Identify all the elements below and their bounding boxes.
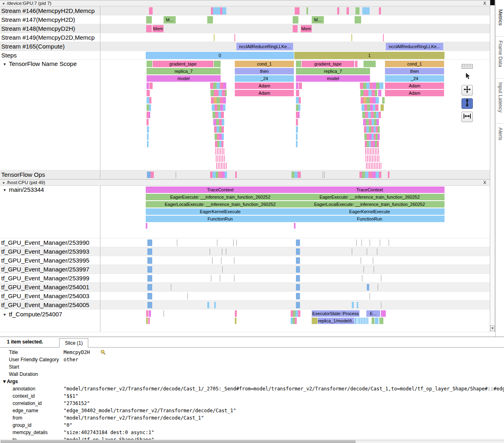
timeline-slice[interactable] bbox=[347, 7, 349, 15]
select-tool-button[interactable] bbox=[461, 72, 473, 82]
timeline-slice[interactable] bbox=[213, 172, 216, 178]
timeline-slice[interactable] bbox=[296, 302, 300, 308]
timeline-slice[interactable] bbox=[373, 257, 373, 264]
timeline-slice[interactable] bbox=[362, 240, 362, 246]
timeline-slice[interactable] bbox=[361, 97, 364, 104]
timeline-slice[interactable] bbox=[213, 119, 216, 125]
timeline-slice[interactable] bbox=[219, 119, 222, 125]
timeline-slice[interactable] bbox=[378, 284, 378, 290]
timeline-slice[interactable] bbox=[368, 90, 372, 96]
timeline-slice[interactable]: Adam bbox=[385, 90, 444, 96]
timeline-slice[interactable] bbox=[222, 134, 224, 140]
timeline-slice[interactable] bbox=[221, 126, 224, 133]
timeline-slice[interactable] bbox=[234, 34, 235, 41]
timeline-slice[interactable] bbox=[372, 90, 375, 96]
timeline-slice[interactable] bbox=[294, 172, 298, 178]
timeline-slice[interactable] bbox=[146, 16, 152, 23]
timeline-slice[interactable]: gradient_tape bbox=[302, 61, 354, 67]
timeline-slice[interactable] bbox=[370, 104, 373, 111]
timeline-slice[interactable] bbox=[149, 310, 151, 317]
timeline-slice[interactable] bbox=[164, 310, 164, 317]
timeline-slice[interactable] bbox=[379, 172, 381, 178]
timeline-slice[interactable] bbox=[146, 25, 152, 32]
row-label-tf-compute[interactable]: ▼tf_Compute/254007 bbox=[0, 309, 100, 332]
timeline-slice[interactable] bbox=[375, 90, 377, 96]
close-button[interactable]: X bbox=[483, 180, 486, 185]
timeline-slice[interactable] bbox=[355, 318, 357, 324]
timeline-slice[interactable] bbox=[147, 257, 152, 264]
timeline-slice[interactable] bbox=[364, 266, 364, 273]
timeline-slice[interactable] bbox=[211, 275, 211, 282]
timeline-slice[interactable]: EagerKernelExecute bbox=[146, 208, 295, 215]
timeline-slice[interactable] bbox=[215, 148, 224, 155]
timeline-slice[interactable] bbox=[370, 293, 370, 299]
timeline-slice[interactable] bbox=[379, 318, 383, 324]
timeline-slice[interactable] bbox=[149, 7, 153, 15]
timeline-slice[interactable] bbox=[212, 257, 213, 264]
timeline-slice[interactable] bbox=[225, 172, 227, 178]
timeline-slice[interactable] bbox=[213, 83, 217, 89]
timeline-slice[interactable] bbox=[235, 318, 236, 324]
timeline-slice[interactable] bbox=[171, 284, 171, 290]
timeline-slice[interactable] bbox=[365, 172, 368, 178]
timeline-slice[interactable]: EagerLocalExecute: __inference_train_fun… bbox=[146, 201, 295, 208]
timeline-slice[interactable] bbox=[377, 141, 379, 147]
timeline-slice[interactable] bbox=[296, 284, 300, 290]
timeline-slice[interactable] bbox=[370, 83, 373, 89]
timeline-slice[interactable] bbox=[306, 7, 308, 15]
timeline-slice[interactable]: Adam bbox=[235, 83, 294, 89]
timeline-slice[interactable] bbox=[376, 119, 379, 125]
timeline-slice[interactable] bbox=[366, 163, 381, 169]
timeline-slice[interactable] bbox=[364, 61, 376, 67]
timeline-slice[interactable] bbox=[312, 318, 317, 324]
timeline-slice[interactable] bbox=[147, 61, 152, 67]
timeline-slice[interactable] bbox=[177, 240, 177, 246]
timeline-slice[interactable]: ncclAllReduceRingLLKe... bbox=[386, 43, 443, 50]
timeline-slice[interactable] bbox=[149, 112, 150, 118]
timeline-slice[interactable] bbox=[151, 172, 154, 178]
scrollbar-thumb[interactable] bbox=[1, 441, 355, 443]
timeline-slice[interactable] bbox=[217, 97, 220, 104]
timeline-slice[interactable] bbox=[218, 112, 221, 118]
timeline-slice[interactable] bbox=[147, 275, 152, 282]
timeline-slice[interactable] bbox=[296, 83, 298, 89]
timeline-slice[interactable] bbox=[381, 310, 386, 317]
timeline-slice[interactable] bbox=[146, 318, 148, 324]
timeline-slice[interactable] bbox=[220, 97, 223, 104]
timeline-slice[interactable] bbox=[379, 7, 381, 15]
timeline-slice[interactable]: TraceContext bbox=[295, 187, 444, 193]
timeline-slice[interactable] bbox=[216, 163, 227, 169]
timeline-slice[interactable] bbox=[295, 318, 297, 324]
timeline-slice[interactable]: 1 bbox=[294, 52, 444, 59]
timeline-slice[interactable]: replica_1/model/t... bbox=[318, 318, 354, 324]
timeline-slice[interactable] bbox=[363, 119, 366, 125]
horizontal-scrollbar[interactable]: ◄ bbox=[0, 440, 504, 443]
collapse-icon[interactable]: ▼ bbox=[3, 310, 6, 320]
timeline-slice[interactable] bbox=[293, 25, 298, 32]
timeline-slice[interactable] bbox=[296, 248, 300, 255]
timeline-slice[interactable] bbox=[370, 97, 373, 104]
timeline-slice[interactable] bbox=[222, 248, 222, 255]
row-label-name-scope[interactable]: ▼TensorFlow Name Scope bbox=[0, 60, 100, 170]
timeline-slice[interactable]: M... bbox=[312, 16, 324, 23]
timeline-slice[interactable] bbox=[375, 318, 379, 324]
side-tab-metrics[interactable]: Metrics bbox=[495, 6, 504, 29]
timeline-slice[interactable] bbox=[369, 119, 372, 125]
timeline-slice[interactable] bbox=[149, 83, 153, 89]
timeline-slice[interactable] bbox=[207, 302, 209, 308]
timeline-slice[interactable] bbox=[213, 7, 220, 15]
timeline-slice[interactable] bbox=[337, 7, 339, 15]
timeline-slice[interactable]: model bbox=[296, 75, 370, 82]
timeline-slice[interactable] bbox=[367, 248, 367, 255]
timeline-slice[interactable] bbox=[147, 83, 149, 89]
scrollbar-thumb[interactable] bbox=[490, 0, 495, 5]
timeline-slice[interactable] bbox=[355, 16, 361, 23]
timeline-slice[interactable] bbox=[234, 257, 234, 264]
timeline-slice[interactable] bbox=[372, 318, 374, 324]
close-button[interactable]: X bbox=[483, 0, 486, 6]
timeline-slice[interactable] bbox=[389, 240, 389, 246]
timeline-slice[interactable]: Mem bbox=[153, 25, 164, 32]
timeline-slice[interactable] bbox=[357, 302, 358, 308]
timeline-slice[interactable] bbox=[360, 90, 364, 96]
timeline-slice[interactable] bbox=[147, 248, 152, 255]
